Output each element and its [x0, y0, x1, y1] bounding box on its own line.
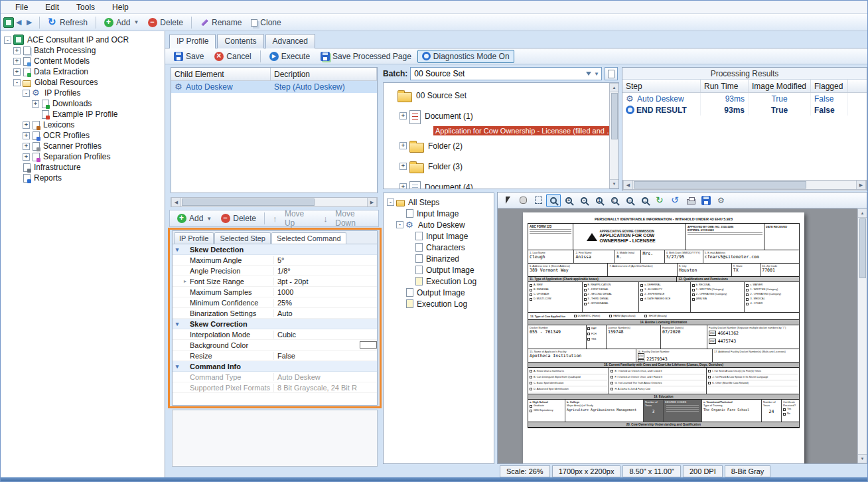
viewer-tool-button[interactable]: [531, 194, 545, 207]
viewer-tool-button[interactable]: [699, 194, 713, 207]
move-down-button[interactable]: Move Down: [319, 208, 378, 229]
results-hscrollbar[interactable]: [622, 180, 867, 190]
viewer-tool-button[interactable]: [714, 194, 729, 207]
tree-expander[interactable]: +: [23, 121, 30, 129]
refresh-button[interactable]: Refresh: [44, 17, 92, 29]
scrollbar-thumb[interactable]: [182, 199, 315, 206]
tree-expander[interactable]: +: [23, 153, 30, 161]
viewer-tool-button[interactable]: [684, 194, 698, 207]
tree-expander[interactable]: +: [13, 47, 21, 54]
property-row[interactable]: Background Color: [173, 340, 377, 351]
viewer-tool-button[interactable]: [561, 194, 576, 207]
tree-expander[interactable]: +: [399, 163, 407, 170]
step-tree-item[interactable]: Input Image: [385, 208, 492, 219]
viewer-tool-button[interactable]: [638, 194, 652, 207]
rename-button[interactable]: Rename: [196, 17, 246, 29]
column-header[interactable]: Image Modified: [749, 80, 811, 92]
scroll-right-icon[interactable]: [856, 181, 866, 189]
tree-item[interactable]: - Global Resources: [2, 77, 163, 88]
back-icon[interactable]: [15, 18, 25, 27]
column-header[interactable]: Flagged: [811, 80, 848, 92]
property-value[interactable]: 3pt - 20pt: [273, 278, 357, 285]
property-row[interactable]: Command Info: [173, 361, 377, 372]
viewer-tool-button[interactable]: [668, 194, 683, 207]
menu-item[interactable]: Edit: [37, 1, 67, 13]
batch-tree-item[interactable]: 00 Source Set: [385, 85, 617, 106]
cancel-button[interactable]: Cancel: [210, 50, 255, 63]
tree-expander[interactable]: +: [399, 112, 407, 120]
tree-item[interactable]: - ACE Consultant IP and OCR: [2, 35, 163, 45]
clone-button[interactable]: Clone: [247, 17, 285, 29]
tree-item[interactable]: Reports: [2, 173, 163, 183]
column-header[interactable]: Child Element: [171, 68, 271, 80]
tree-item[interactable]: + Separation Profiles: [2, 151, 163, 162]
tree-expander[interactable]: +: [399, 142, 407, 149]
property-row[interactable]: Skew Detection: [173, 244, 377, 255]
scrollbar-thumb[interactable]: [859, 218, 866, 278]
table-row[interactable]: Auto Deskew Step (Auto Deskew): [171, 81, 377, 93]
menu-item[interactable]: Help: [104, 1, 137, 13]
batch-tree-item[interactable]: + Folder (3): [385, 156, 617, 177]
scroll-left-icon[interactable]: [623, 181, 633, 189]
property-row[interactable]: Maximum Angle 5°: [173, 255, 377, 266]
step-tree-item[interactable]: Execution Log: [385, 276, 492, 287]
property-row[interactable]: Supported Pixel Formats 8 Bit Grayscale,…: [173, 382, 377, 393]
property-row[interactable]: Command Type Auto Deskew: [173, 372, 377, 382]
scrollbar-thumb[interactable]: [611, 93, 618, 139]
scroll-up-icon[interactable]: [858, 208, 867, 218]
result-row[interactable]: Auto Deskew 93ms True False: [622, 93, 867, 104]
image-canvas[interactable]: PERSONALLY IDENTIFIABLE INFORMATION - WI…: [498, 208, 867, 463]
tree-expander[interactable]: +: [399, 183, 407, 189]
viewer-tool-button[interactable]: [500, 194, 515, 207]
property-value[interactable]: Auto Deskew: [273, 373, 357, 381]
viewer-tool-button[interactable]: [622, 194, 637, 207]
menu-item[interactable]: File: [7, 1, 36, 13]
scroll-left-icon[interactable]: [171, 198, 181, 206]
step-tree-item[interactable]: Output Image: [385, 287, 492, 298]
tab[interactable]: Contents: [217, 34, 263, 48]
property-value[interactable]: 8 Bit Grayscale, 24 Bit RGB, 32 B: [273, 384, 357, 392]
tree-item[interactable]: + Data Extraction: [2, 66, 163, 77]
tree-item[interactable]: Infrastructure: [2, 162, 163, 173]
tree-expander[interactable]: +: [13, 58, 21, 65]
collapse-chevron-icon[interactable]: [173, 246, 182, 253]
view-page-button[interactable]: [605, 67, 618, 80]
step-tree-item[interactable]: - Auto Deskew: [385, 219, 492, 230]
property-row[interactable]: Minimum Confidence 25%: [173, 297, 377, 308]
property-tab[interactable]: Selected Step: [214, 232, 271, 244]
property-row[interactable]: Resize False: [173, 351, 377, 361]
property-value[interactable]: 1000: [273, 288, 357, 296]
tree-item[interactable]: Example IP Profile: [2, 109, 163, 120]
scroll-down-icon[interactable]: [610, 179, 618, 189]
viewer-tool-button[interactable]: [546, 194, 561, 207]
move-up-button[interactable]: Move Up: [269, 208, 318, 229]
tab[interactable]: IP Profile: [169, 34, 216, 48]
forward-icon[interactable]: [26, 18, 35, 27]
batch-tree-item[interactable]: + Folder (2): [385, 135, 617, 156]
tree-item[interactable]: + Scanner Profiles: [2, 141, 163, 151]
chevron-down-icon[interactable]: [594, 71, 599, 77]
tree-expander[interactable]: -: [13, 79, 21, 86]
grid-hscrollbar[interactable]: [171, 197, 378, 207]
tree-expander[interactable]: -: [396, 221, 403, 228]
tree-expander[interactable]: +: [23, 143, 30, 150]
batch-combo-input[interactable]: [414, 69, 584, 78]
viewer-tool-button[interactable]: [592, 194, 607, 207]
tree-item[interactable]: - IP Profiles: [2, 88, 163, 98]
property-row[interactable]: Maximum Samples 1000: [173, 287, 377, 297]
execute-button[interactable]: Execute: [265, 50, 315, 63]
viewer-tool-button[interactable]: [653, 194, 668, 207]
step-tree-item[interactable]: Characters: [385, 242, 492, 253]
expand-chevron-icon[interactable]: [182, 278, 188, 284]
viewer-tool-button[interactable]: [577, 194, 591, 207]
scroll-right-icon[interactable]: [367, 198, 377, 206]
viewer-tool-button[interactable]: [607, 194, 622, 207]
delete-step-button[interactable]: Delete: [217, 212, 260, 224]
collapse-chevron-icon[interactable]: [173, 321, 182, 327]
column-header[interactable]: Decription: [271, 68, 377, 80]
viewer-vscrollbar[interactable]: [857, 208, 867, 463]
column-header[interactable]: Run Time: [701, 80, 749, 92]
step-tree-item[interactable]: Output Image: [385, 264, 492, 276]
tree-item[interactable]: + Lexicons: [2, 120, 163, 130]
property-row[interactable]: Angle Precision 1/8°: [173, 266, 377, 276]
